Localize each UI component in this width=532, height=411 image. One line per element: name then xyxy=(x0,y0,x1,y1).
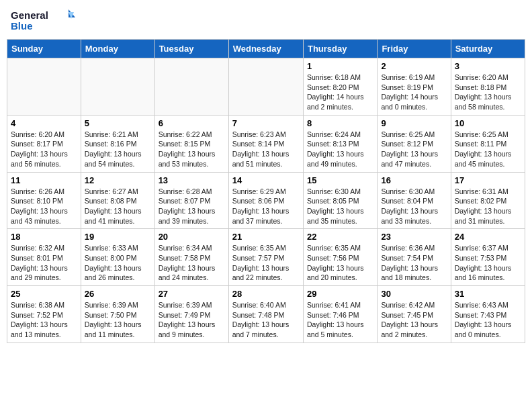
day-number: 17 xyxy=(455,175,521,185)
calendar-cell: 28Sunrise: 6:40 AM Sunset: 7:48 PM Dayli… xyxy=(228,286,303,343)
calendar-cell: 20Sunrise: 6:34 AM Sunset: 7:58 PM Dayli… xyxy=(154,229,228,286)
day-number: 7 xyxy=(232,118,300,128)
day-info: Sunrise: 6:29 AM Sunset: 8:06 PM Dayligh… xyxy=(232,187,300,226)
day-number: 30 xyxy=(381,289,447,299)
calendar-cell: 8Sunrise: 6:24 AM Sunset: 8:13 PM Daylig… xyxy=(303,115,377,172)
header: General Blue xyxy=(7,7,525,34)
day-info: Sunrise: 6:36 AM Sunset: 7:54 PM Dayligh… xyxy=(381,243,447,283)
calendar-cell: 5Sunrise: 6:21 AM Sunset: 8:16 PM Daylig… xyxy=(81,115,154,172)
day-info: Sunrise: 6:30 AM Sunset: 8:05 PM Dayligh… xyxy=(307,187,373,226)
day-number: 20 xyxy=(159,232,225,242)
day-number: 21 xyxy=(232,232,300,242)
calendar-cell: 16Sunrise: 6:30 AM Sunset: 8:04 PM Dayli… xyxy=(378,172,451,229)
calendar-cell: 10Sunrise: 6:25 AM Sunset: 8:11 PM Dayli… xyxy=(451,115,525,172)
day-info: Sunrise: 6:35 AM Sunset: 7:56 PM Dayligh… xyxy=(307,243,373,283)
calendar-table: SundayMondayTuesdayWednesdayThursdayFrid… xyxy=(7,39,525,343)
calendar-cell: 17Sunrise: 6:31 AM Sunset: 8:02 PM Dayli… xyxy=(451,172,525,229)
calendar-cell: 6Sunrise: 6:22 AM Sunset: 8:15 PM Daylig… xyxy=(154,115,228,172)
day-number: 15 xyxy=(307,175,373,185)
day-info: Sunrise: 6:43 AM Sunset: 7:43 PM Dayligh… xyxy=(455,300,521,340)
day-info: Sunrise: 6:39 AM Sunset: 7:50 PM Dayligh… xyxy=(85,300,151,340)
day-number: 14 xyxy=(232,175,300,185)
calendar-cell: 1Sunrise: 6:18 AM Sunset: 8:20 PM Daylig… xyxy=(303,58,377,116)
calendar-week-row: 1Sunrise: 6:18 AM Sunset: 8:20 PM Daylig… xyxy=(7,58,525,116)
day-number: 13 xyxy=(159,175,225,185)
day-number: 9 xyxy=(381,118,447,128)
day-info: Sunrise: 6:41 AM Sunset: 7:46 PM Dayligh… xyxy=(307,300,373,340)
calendar-cell: 23Sunrise: 6:36 AM Sunset: 7:54 PM Dayli… xyxy=(378,229,451,286)
day-number: 11 xyxy=(11,175,77,185)
day-number: 28 xyxy=(232,289,300,299)
calendar-cell xyxy=(7,58,81,116)
day-info: Sunrise: 6:39 AM Sunset: 7:49 PM Dayligh… xyxy=(159,300,225,340)
logo-svg: General Blue xyxy=(9,7,77,34)
calendar-cell: 26Sunrise: 6:39 AM Sunset: 7:50 PM Dayli… xyxy=(81,286,154,343)
day-info: Sunrise: 6:20 AM Sunset: 8:18 PM Dayligh… xyxy=(455,73,521,112)
day-info: Sunrise: 6:42 AM Sunset: 7:45 PM Dayligh… xyxy=(381,300,447,340)
day-of-week-header: Thursday xyxy=(303,40,377,58)
day-of-week-header: Saturday xyxy=(451,40,525,58)
calendar-cell: 7Sunrise: 6:23 AM Sunset: 8:14 PM Daylig… xyxy=(228,115,303,172)
day-number: 31 xyxy=(455,289,521,299)
calendar-week-row: 18Sunrise: 6:32 AM Sunset: 8:01 PM Dayli… xyxy=(7,229,525,286)
day-number: 22 xyxy=(307,232,373,242)
day-info: Sunrise: 6:37 AM Sunset: 7:53 PM Dayligh… xyxy=(455,243,521,283)
logo: General Blue xyxy=(9,7,77,34)
day-number: 12 xyxy=(85,175,151,185)
day-number: 1 xyxy=(307,61,373,71)
day-info: Sunrise: 6:35 AM Sunset: 7:57 PM Dayligh… xyxy=(232,243,300,283)
day-of-week-header: Tuesday xyxy=(154,40,228,58)
day-number: 8 xyxy=(307,118,373,128)
day-of-week-header: Sunday xyxy=(7,40,81,58)
calendar-cell: 15Sunrise: 6:30 AM Sunset: 8:05 PM Dayli… xyxy=(303,172,377,229)
day-info: Sunrise: 6:26 AM Sunset: 8:10 PM Dayligh… xyxy=(11,187,77,226)
day-number: 5 xyxy=(85,118,151,128)
calendar-cell: 29Sunrise: 6:41 AM Sunset: 7:46 PM Dayli… xyxy=(303,286,377,343)
day-info: Sunrise: 6:34 AM Sunset: 7:58 PM Dayligh… xyxy=(159,243,225,283)
calendar-cell: 4Sunrise: 6:20 AM Sunset: 8:17 PM Daylig… xyxy=(7,115,81,172)
svg-text:Blue: Blue xyxy=(11,20,33,32)
calendar-cell: 27Sunrise: 6:39 AM Sunset: 7:49 PM Dayli… xyxy=(154,286,228,343)
day-info: Sunrise: 6:28 AM Sunset: 8:07 PM Dayligh… xyxy=(159,187,225,226)
day-info: Sunrise: 6:20 AM Sunset: 8:17 PM Dayligh… xyxy=(11,130,77,169)
day-info: Sunrise: 6:31 AM Sunset: 8:02 PM Dayligh… xyxy=(455,187,521,226)
day-number: 16 xyxy=(381,175,447,185)
day-info: Sunrise: 6:24 AM Sunset: 8:13 PM Dayligh… xyxy=(307,130,373,169)
day-info: Sunrise: 6:27 AM Sunset: 8:08 PM Dayligh… xyxy=(85,187,151,226)
day-number: 6 xyxy=(159,118,225,128)
day-number: 2 xyxy=(381,61,447,71)
day-info: Sunrise: 6:40 AM Sunset: 7:48 PM Dayligh… xyxy=(232,300,300,340)
day-number: 23 xyxy=(381,232,447,242)
calendar-cell: 31Sunrise: 6:43 AM Sunset: 7:43 PM Dayli… xyxy=(451,286,525,343)
day-number: 24 xyxy=(455,232,521,242)
day-info: Sunrise: 6:38 AM Sunset: 7:52 PM Dayligh… xyxy=(11,300,77,340)
calendar-cell: 19Sunrise: 6:33 AM Sunset: 8:00 PM Dayli… xyxy=(81,229,154,286)
day-of-week-header: Monday xyxy=(81,40,154,58)
calendar-cell: 18Sunrise: 6:32 AM Sunset: 8:01 PM Dayli… xyxy=(7,229,81,286)
calendar-cell: 2Sunrise: 6:19 AM Sunset: 8:19 PM Daylig… xyxy=(378,58,451,116)
calendar-cell: 3Sunrise: 6:20 AM Sunset: 8:18 PM Daylig… xyxy=(451,58,525,116)
calendar-cell: 21Sunrise: 6:35 AM Sunset: 7:57 PM Dayli… xyxy=(228,229,303,286)
day-number: 25 xyxy=(11,289,77,299)
day-number: 10 xyxy=(455,118,521,128)
calendar-cell: 14Sunrise: 6:29 AM Sunset: 8:06 PM Dayli… xyxy=(228,172,303,229)
day-info: Sunrise: 6:33 AM Sunset: 8:00 PM Dayligh… xyxy=(85,243,151,283)
day-number: 27 xyxy=(159,289,225,299)
calendar-cell: 30Sunrise: 6:42 AM Sunset: 7:45 PM Dayli… xyxy=(378,286,451,343)
calendar-week-row: 4Sunrise: 6:20 AM Sunset: 8:17 PM Daylig… xyxy=(7,115,525,172)
calendar-cell xyxy=(81,58,154,116)
day-of-week-header: Wednesday xyxy=(228,40,303,58)
day-info: Sunrise: 6:19 AM Sunset: 8:19 PM Dayligh… xyxy=(381,73,447,112)
day-info: Sunrise: 6:23 AM Sunset: 8:14 PM Dayligh… xyxy=(232,130,300,169)
day-number: 29 xyxy=(307,289,373,299)
calendar-cell: 13Sunrise: 6:28 AM Sunset: 8:07 PM Dayli… xyxy=(154,172,228,229)
calendar-week-row: 11Sunrise: 6:26 AM Sunset: 8:10 PM Dayli… xyxy=(7,172,525,229)
day-info: Sunrise: 6:25 AM Sunset: 8:11 PM Dayligh… xyxy=(455,130,521,169)
day-number: 19 xyxy=(85,232,151,242)
day-number: 26 xyxy=(85,289,151,299)
calendar-cell: 12Sunrise: 6:27 AM Sunset: 8:08 PM Dayli… xyxy=(81,172,154,229)
calendar-week-row: 25Sunrise: 6:38 AM Sunset: 7:52 PM Dayli… xyxy=(7,286,525,343)
calendar-cell: 9Sunrise: 6:25 AM Sunset: 8:12 PM Daylig… xyxy=(378,115,451,172)
day-of-week-header: Friday xyxy=(378,40,451,58)
calendar-cell: 11Sunrise: 6:26 AM Sunset: 8:10 PM Dayli… xyxy=(7,172,81,229)
